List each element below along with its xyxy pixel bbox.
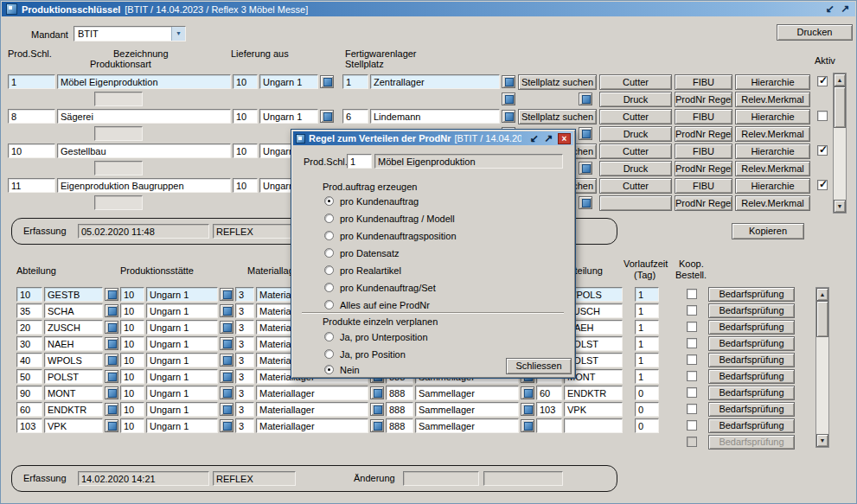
pst-name-field[interactable]: Ungarn 1 — [146, 386, 218, 400]
aktiv-checkbox[interactable] — [817, 111, 828, 121]
lov-icon[interactable] — [105, 337, 118, 350]
druck-button[interactable]: Druck — [599, 161, 672, 176]
sammellager-name-field[interactable]: Sammellager — [415, 418, 519, 433]
bedarfspruefung-button[interactable]: Bedarfsprüfung — [708, 320, 795, 335]
lov-icon[interactable] — [220, 288, 233, 301]
pst-name-field[interactable]: Ungarn 1 — [146, 320, 218, 335]
prodschl-field[interactable]: 1 — [8, 74, 55, 89]
radio-label[interactable]: Alles auf eine ProdNr — [340, 300, 430, 310]
mandant-select[interactable]: BTIT — [74, 26, 186, 41]
dialog-prodschl-nr-field[interactable]: 1 — [347, 154, 372, 169]
bedarfspruefung-button[interactable]: Bedarfsprüfung — [708, 418, 795, 433]
cutter-button[interactable]: Cutter — [599, 74, 672, 90]
minimize-icon[interactable] — [824, 3, 835, 15]
lov-icon[interactable] — [220, 354, 233, 367]
schliessen-button[interactable]: Schliessen — [506, 358, 572, 374]
lieferung-nr-field[interactable]: 10 — [233, 74, 258, 89]
vorlaufzeit-field[interactable]: 1 — [635, 353, 659, 367]
lov-icon[interactable] — [320, 110, 334, 123]
abteilung-nr-field[interactable]: 40 — [16, 353, 42, 367]
matlager-nr-field[interactable]: 3 — [235, 386, 254, 400]
cutter-button[interactable]: Cutter — [599, 109, 672, 124]
radio-pro-kundenauftrag-set[interactable] — [324, 283, 334, 292]
abteilung-name-field[interactable]: POLST — [44, 369, 103, 384]
bezeichnung-field[interactable]: Eigenproduktion Baugruppen — [57, 178, 231, 193]
prodnr-regel-button[interactable]: ProdNr Regel — [675, 161, 732, 176]
matlager-name-field[interactable]: Materiallager — [256, 418, 368, 433]
abteilung-name-field[interactable]: ENDKTR — [44, 402, 103, 417]
matlager-nr-field[interactable]: 3 — [235, 303, 254, 318]
radio-label[interactable]: pro Datensatz — [340, 248, 399, 258]
radio-ja-pro-unterposition[interactable] — [324, 332, 334, 341]
radio-label[interactable]: Ja, pro Position — [340, 349, 406, 360]
lov-icon[interactable] — [370, 403, 384, 416]
folgeabteilung-nr-field[interactable]: 60 — [536, 386, 562, 400]
folgeabteilung-nr-field[interactable] — [536, 418, 562, 433]
matlager-nr-field[interactable]: 3 — [235, 369, 254, 384]
pst-name-field[interactable]: Ungarn 1 — [146, 336, 218, 351]
sammellager-nr-field[interactable]: 888 — [386, 402, 413, 417]
cutter-button[interactable]: Cutter — [599, 144, 672, 159]
chevron-down-icon[interactable] — [171, 27, 185, 41]
upper-scrollbar[interactable] — [833, 73, 847, 214]
abteilung-name-field[interactable]: MONT — [44, 386, 103, 400]
matlager-name-field[interactable]: Materiallager — [256, 402, 368, 417]
bedarfspruefung-button[interactable]: Bedarfsprüfung — [708, 303, 795, 318]
maximize-icon[interactable] — [840, 3, 851, 15]
prodschl-field[interactable]: 8 — [8, 109, 55, 124]
pst-nr-field[interactable]: 10 — [120, 353, 144, 367]
aktiv-checkbox[interactable] — [817, 180, 828, 190]
abteilung-name-field[interactable]: WPOLS — [44, 353, 103, 367]
scroll-down-icon[interactable] — [816, 434, 828, 447]
abteilung-name-field[interactable]: VPK — [44, 418, 103, 433]
stellplatz-suchen-button[interactable]: Stellplatz suchen — [518, 74, 597, 90]
lager-name-field[interactable]: Zentrallager — [370, 74, 500, 89]
fibu-button[interactable]: FIBU — [675, 144, 732, 159]
abteilung-nr-field[interactable]: 90 — [16, 386, 42, 400]
matlager-nr-field[interactable]: 3 — [235, 320, 254, 335]
abteilung-nr-field[interactable]: 10 — [16, 287, 42, 302]
folgeabteilung-nr-field[interactable]: 103 — [536, 402, 562, 417]
folgeabteilung-name-field[interactable] — [564, 418, 623, 433]
matlager-nr-field[interactable]: 3 — [235, 287, 254, 302]
lov-icon[interactable] — [370, 386, 384, 399]
fibu-button[interactable]: FIBU — [675, 74, 732, 90]
koop-checkbox[interactable] — [687, 371, 697, 381]
bedarfspruefung-button[interactable]: Bedarfsprüfung — [708, 402, 795, 417]
aktiv-checkbox[interactable] — [817, 76, 828, 86]
koop-checkbox[interactable] — [687, 305, 697, 316]
vorlaufzeit-field[interactable]: 1 — [635, 287, 659, 302]
bezeichnung-field[interactable]: Möbel Eigenproduktion — [57, 74, 231, 89]
matlager-nr-field[interactable]: 3 — [235, 353, 254, 367]
lov-icon[interactable] — [502, 75, 515, 88]
lov-icon[interactable] — [105, 419, 118, 432]
sammellager-name-field[interactable]: Sammellager — [415, 386, 519, 400]
radio-pro-realartikel[interactable] — [324, 265, 334, 275]
lov-icon[interactable] — [521, 386, 534, 399]
lov-icon[interactable] — [220, 304, 233, 317]
relev-merkmal-button[interactable]: Relev.Merkmal — [735, 195, 810, 211]
lov-icon[interactable] — [105, 321, 118, 334]
prodschl-field[interactable]: 11 — [8, 178, 55, 193]
radio-ja-pro-position[interactable] — [324, 349, 334, 359]
abteilung-name-field[interactable]: ZUSCH — [44, 320, 103, 335]
pst-nr-field[interactable]: 10 — [120, 303, 144, 318]
koop-checkbox[interactable] — [687, 420, 697, 431]
vorlaufzeit-field[interactable]: 0 — [635, 386, 659, 400]
produktionsart-field[interactable] — [94, 126, 143, 141]
pst-nr-field[interactable]: 10 — [120, 386, 144, 400]
lov-icon[interactable] — [502, 93, 515, 105]
druck-button[interactable]: Druck — [599, 126, 672, 142]
lov-icon[interactable] — [579, 196, 592, 209]
hierarchie-button[interactable]: Hierarchie — [735, 144, 810, 159]
radio-nein[interactable] — [324, 365, 334, 374]
lager-nr-field[interactable]: 6 — [342, 109, 368, 124]
maximize-icon[interactable] — [543, 133, 554, 144]
pst-name-field[interactable]: Ungarn 1 — [146, 353, 218, 367]
fibu-button[interactable]: FIBU — [675, 178, 732, 194]
sammellager-nr-field[interactable]: 888 — [386, 386, 413, 400]
koop-checkbox[interactable] — [687, 404, 697, 414]
close-icon[interactable] — [558, 133, 571, 144]
lov-icon[interactable] — [220, 337, 233, 350]
radio-label[interactable]: pro Realartikel — [340, 265, 401, 276]
